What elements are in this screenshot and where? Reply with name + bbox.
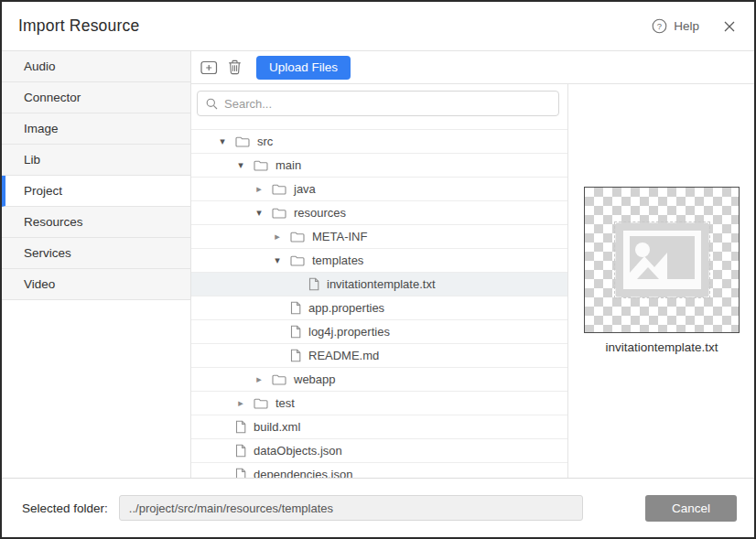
folder-icon <box>272 207 286 220</box>
sidebar-item-label: Services <box>24 246 71 260</box>
tree-row-label: webapp <box>294 372 336 386</box>
tree-row-label: java <box>294 182 316 196</box>
sidebar-item-label: Image <box>24 122 59 135</box>
tree-row-templates[interactable]: ▾ templates <box>191 249 567 273</box>
chevron-down-icon[interactable]: ▾ <box>233 159 248 171</box>
tree-row-test[interactable]: ▸ test <box>191 392 567 415</box>
trash-icon <box>228 59 242 75</box>
tree-row-dependencies.json[interactable]: dependencies.json <box>191 463 567 478</box>
file-icon <box>290 325 301 339</box>
tree-row-invitationtemplate.txt[interactable]: invitationtemplate.txt <box>191 273 567 296</box>
folder-icon <box>272 183 286 196</box>
chevron-right-icon[interactable]: ▸ <box>270 231 285 243</box>
tree-row-label: README.md <box>308 349 379 362</box>
sidebar-item-video[interactable]: Video <box>2 269 190 300</box>
search-icon <box>206 98 218 110</box>
tree-panel: ▾ src ▾ <box>191 84 568 478</box>
sidebar-item-label: Connector <box>24 91 81 104</box>
chevron-right-icon[interactable]: ▸ <box>252 183 266 195</box>
tree-row-label: log4j.properties <box>308 325 390 339</box>
selected-folder-input[interactable] <box>119 495 583 521</box>
dialog-footer: Selected folder: Cancel <box>2 478 754 537</box>
tree-row-label: resources <box>294 206 346 220</box>
tree-row-label: test <box>275 396 295 410</box>
folder-icon <box>254 159 268 172</box>
tree-row-label: app.properties <box>308 301 384 315</box>
sidebar-item-connector[interactable]: Connector <box>2 82 190 113</box>
sidebar-item-label: Lib <box>24 153 40 167</box>
chevron-right-icon[interactable]: ▸ <box>233 397 248 409</box>
tree-row-label: dataObjects.json <box>254 444 342 458</box>
selected-folder-label: Selected folder: <box>22 501 108 515</box>
tree-row-label: main <box>275 158 301 172</box>
question-circle-icon: ? <box>652 18 667 34</box>
help-button[interactable]: ? Help <box>652 18 699 34</box>
search-container <box>191 84 567 123</box>
toolbar: Upload Files <box>191 51 754 84</box>
sidebar-item-image[interactable]: Image <box>2 113 190 145</box>
tree-row-label: invitationtemplate.txt <box>327 277 436 291</box>
tree-row-app.properties[interactable]: app.properties <box>191 296 567 320</box>
dialog-header: Import Resource ? Help <box>2 2 754 51</box>
sidebar: Audio Connector Image Lib Project Resour… <box>2 51 191 478</box>
page-title: Import Resource <box>18 16 139 36</box>
tree-row-label: build.xml <box>254 420 300 434</box>
tree-row-label: templates <box>312 253 363 267</box>
help-label: Help <box>674 19 699 33</box>
chevron-down-icon[interactable]: ▾ <box>270 254 285 266</box>
search-input[interactable] <box>224 97 550 111</box>
dialog-body: Audio Connector Image Lib Project Resour… <box>2 51 754 478</box>
sidebar-item-label: Project <box>24 184 62 198</box>
header-actions: ? Help <box>652 18 738 35</box>
tree-row-webapp[interactable]: ▸ webapp <box>191 368 567 392</box>
import-resource-dialog: Import Resource ? Help Audio Connector I… <box>0 0 756 539</box>
file-tree: ▾ src ▾ <box>191 123 567 478</box>
sidebar-item-label: Resources <box>24 215 83 229</box>
sidebar-item-project[interactable]: Project <box>2 176 190 207</box>
tree-row-dataObjects.json[interactable]: dataObjects.json <box>191 439 567 463</box>
tree-row-log4j.properties[interactable]: log4j.properties <box>191 320 567 344</box>
file-icon <box>235 444 246 458</box>
folder-icon <box>272 373 286 386</box>
tree-row-label: dependencies.json <box>254 468 352 478</box>
close-icon[interactable] <box>721 18 738 35</box>
file-icon <box>235 468 246 478</box>
tree-row-src[interactable]: ▾ src <box>191 130 567 154</box>
tree-row-resources[interactable]: ▾ resources <box>191 201 567 225</box>
file-icon <box>290 349 301 362</box>
sidebar-item-resources[interactable]: Resources <box>2 207 190 238</box>
preview-checkerboard <box>584 187 740 333</box>
tree-row-README.md[interactable]: README.md <box>191 344 567 368</box>
sidebar-item-lib[interactable]: Lib <box>2 145 190 176</box>
main-area: Upload Files ▾ <box>191 51 754 478</box>
delete-button[interactable] <box>223 57 245 79</box>
chevron-down-icon[interactable]: ▾ <box>215 135 230 147</box>
tree-row-META-INF[interactable]: ▸ META-INF <box>191 225 567 249</box>
upload-files-button[interactable]: Upload Files <box>256 56 351 80</box>
folder-icon <box>290 254 305 267</box>
svg-text:?: ? <box>657 21 662 31</box>
chevron-down-icon[interactable]: ▾ <box>252 207 266 219</box>
sidebar-item-label: Video <box>24 277 55 291</box>
image-placeholder-icon <box>614 221 710 298</box>
sidebar-item-label: Audio <box>24 59 56 73</box>
file-icon <box>308 277 319 291</box>
chevron-right-icon[interactable]: ▸ <box>252 373 266 385</box>
file-icon <box>290 301 301 315</box>
new-folder-icon <box>200 59 218 75</box>
tree-row-java[interactable]: ▸ java <box>191 178 567 201</box>
tree-row-main[interactable]: ▾ main <box>191 154 567 178</box>
tree-row-label: src <box>257 135 273 148</box>
cancel-button[interactable]: Cancel <box>645 495 737 522</box>
sidebar-item-services[interactable]: Services <box>2 238 190 269</box>
content-area: ▾ src ▾ <box>191 84 754 478</box>
preview-panel: invitationtemplate.txt <box>568 84 754 478</box>
tree-row-build.xml[interactable]: build.xml <box>191 415 567 439</box>
search-box[interactable] <box>197 91 559 116</box>
preview-caption: invitationtemplate.txt <box>584 340 740 354</box>
new-folder-button[interactable] <box>198 57 220 79</box>
folder-icon <box>290 231 305 243</box>
file-icon <box>235 420 246 434</box>
tree-row-label: META-INF <box>312 230 367 243</box>
sidebar-item-audio[interactable]: Audio <box>2 51 190 82</box>
